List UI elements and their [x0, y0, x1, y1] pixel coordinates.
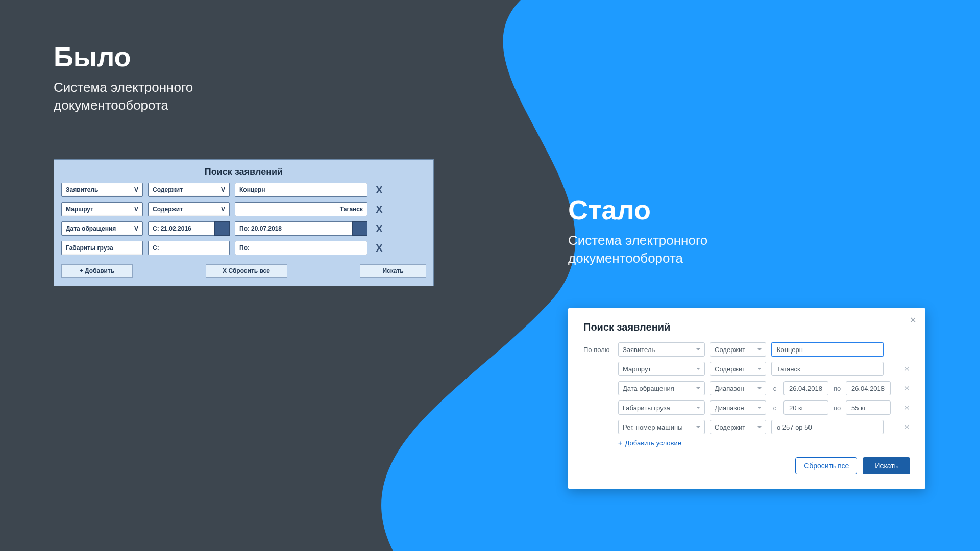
remove-row-button[interactable]: X: [374, 183, 385, 197]
close-icon[interactable]: ✕: [910, 315, 916, 325]
add-condition-button[interactable]: + Добавить условие: [618, 439, 910, 447]
new-field-value: Рег. номер машины: [623, 423, 683, 431]
old-field-select[interactable]: МаршрутV: [61, 202, 143, 216]
search-button[interactable]: Искать: [863, 457, 910, 474]
chevron-down-icon: [696, 387, 700, 389]
old-from-label: С:: [153, 244, 159, 252]
new-field-select[interactable]: Габариты груза: [618, 400, 705, 415]
new-op-select[interactable]: Содержит: [710, 362, 766, 376]
new-row: Рег. номер машины Содержит о 257 ор 50 ✕: [583, 420, 910, 434]
chevron-down-icon: V: [134, 206, 138, 213]
chevron-down-icon: [757, 348, 762, 350]
new-field-select[interactable]: Рег. номер машины: [618, 420, 705, 434]
old-date-to[interactable]: По:20.07.2018: [235, 221, 368, 236]
new-op-select[interactable]: Диапазон: [710, 381, 766, 395]
new-op-value: Содержит: [715, 423, 745, 431]
new-from-input[interactable]: 20 кг: [783, 400, 828, 415]
reset-all-button[interactable]: Сбросить все: [795, 457, 857, 474]
add-button[interactable]: + Добавить: [61, 264, 133, 278]
plus-icon: +: [618, 439, 622, 447]
new-op-select[interactable]: Содержит: [710, 342, 766, 357]
old-from-value: 21.02.2016: [161, 225, 191, 232]
new-row: Габариты груза Диапазон с 20 кг по 55 кг…: [583, 400, 910, 415]
new-panel-title: Поиск заявлений: [583, 321, 910, 333]
chevron-down-icon: V: [134, 225, 138, 232]
remove-row-icon[interactable]: ✕: [904, 384, 910, 392]
old-op-value: Содержит: [153, 186, 183, 193]
heading-before: Было Система электронногодокументооборот…: [54, 41, 193, 114]
old-op-select[interactable]: СодержитV: [148, 202, 230, 216]
remove-row-icon[interactable]: ✕: [904, 404, 910, 412]
new-field-select[interactable]: Дата обращения: [618, 381, 705, 395]
chevron-down-icon: V: [221, 186, 225, 193]
new-to-input[interactable]: 26.04.2018: [846, 381, 891, 395]
old-op-select[interactable]: СодержитV: [148, 183, 230, 197]
old-from-label: С:: [153, 225, 159, 232]
old-op-value: Содержит: [153, 206, 183, 213]
new-field-value: Маршрут: [623, 365, 651, 373]
old-value-input[interactable]: Концерн: [235, 183, 368, 197]
from-label: с: [771, 385, 778, 392]
new-value-input[interactable]: Таганск: [771, 362, 884, 376]
new-field-select[interactable]: Маршрут: [618, 362, 705, 376]
old-row: Габариты груза С: По: X: [61, 241, 426, 255]
search-button[interactable]: Искать: [360, 264, 426, 278]
old-row: ЗаявительV СодержитV Концерн X: [61, 183, 426, 197]
calendar-button[interactable]: [352, 221, 368, 236]
calendar-button[interactable]: [214, 221, 230, 236]
new-to-input[interactable]: 55 кг: [846, 400, 891, 415]
chevron-down-icon: [757, 426, 762, 428]
field-group-label: По полю: [583, 346, 613, 354]
old-field-value: Маршрут: [66, 206, 93, 213]
chevron-down-icon: [696, 368, 700, 370]
heading-before-title: Было: [54, 41, 193, 72]
old-row: МаршрутV СодержитV Таганск X: [61, 202, 426, 216]
remove-row-icon[interactable]: ✕: [904, 423, 910, 431]
chevron-down-icon: [696, 407, 700, 409]
chevron-down-icon: [757, 407, 762, 409]
old-range-from[interactable]: С:: [148, 241, 230, 255]
chevron-down-icon: [757, 387, 762, 389]
new-field-select[interactable]: Заявитель: [618, 342, 705, 357]
new-op-select[interactable]: Содержит: [710, 420, 766, 434]
add-condition-label: Добавить условие: [625, 439, 681, 447]
chevron-down-icon: [757, 368, 762, 370]
new-value-input[interactable]: Концерн: [771, 342, 884, 357]
chevron-down-icon: [696, 348, 700, 350]
new-field-value: Дата обращения: [623, 385, 674, 392]
from-label: с: [771, 404, 778, 412]
new-row: По полю Заявитель Содержит Концерн: [583, 342, 910, 357]
new-from-input[interactable]: 26.04.2018: [783, 381, 828, 395]
heading-after-sub: Система электронногодокументооборота: [568, 232, 707, 267]
heading-after-title: Стало: [568, 194, 707, 226]
old-field-select[interactable]: Дата обращенияV: [61, 221, 143, 236]
old-field-value: Габариты груза: [66, 244, 113, 252]
old-panel-title: Поиск заявлений: [61, 165, 426, 183]
new-op-value: Диапазон: [715, 385, 744, 392]
old-field-select[interactable]: Габариты груза: [61, 241, 143, 255]
old-value-input[interactable]: Таганск: [235, 202, 368, 216]
old-date-from[interactable]: С:21.02.2016: [148, 221, 230, 236]
remove-row-button[interactable]: X: [374, 221, 385, 236]
old-field-value: Дата обращения: [66, 225, 116, 232]
old-to-value: 20.07.2018: [251, 225, 282, 232]
remove-row-button[interactable]: X: [374, 202, 385, 216]
old-to-label: По:: [239, 225, 250, 232]
old-field-value: Заявитель: [66, 186, 99, 193]
new-field-value: Габариты груза: [623, 404, 670, 412]
chevron-down-icon: V: [134, 186, 138, 193]
new-op-select[interactable]: Диапазон: [710, 400, 766, 415]
old-field-select[interactable]: ЗаявительV: [61, 183, 143, 197]
new-search-panel: ✕ Поиск заявлений По полю Заявитель Соде…: [568, 308, 925, 489]
new-value-input[interactable]: о 257 ор 50: [771, 420, 884, 434]
remove-row-button[interactable]: X: [374, 241, 385, 255]
new-op-value: Содержит: [715, 346, 745, 354]
heading-after: Стало Система электронногодокументооборо…: [568, 194, 707, 267]
new-op-value: Диапазон: [715, 404, 744, 412]
to-label: по: [834, 404, 841, 412]
remove-row-icon[interactable]: ✕: [904, 365, 910, 373]
new-row: Маршрут Содержит Таганск ✕: [583, 362, 910, 376]
reset-all-button[interactable]: X Сбросить все: [206, 264, 287, 278]
old-range-to[interactable]: По:: [235, 241, 368, 255]
old-actions: + Добавить X Сбросить все Искать: [61, 264, 426, 278]
